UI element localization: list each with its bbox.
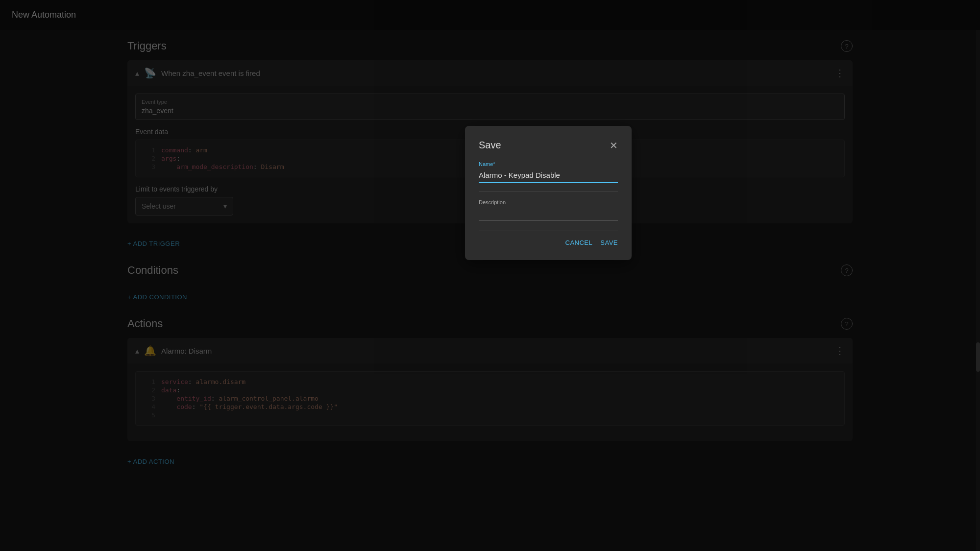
dialog-name-input[interactable] <box>479 169 618 183</box>
save-dialog: Save ✕ Name* Description CANCEL SAVE <box>465 126 632 260</box>
dialog-close-button[interactable]: ✕ <box>610 140 618 151</box>
dialog-divider-2 <box>479 231 618 231</box>
dialog-divider-1 <box>479 191 618 192</box>
dialog-overlay: Save ✕ Name* Description CANCEL SAVE <box>0 0 980 551</box>
dialog-description-group: Description <box>479 199 618 221</box>
dialog-name-label: Name* <box>479 161 618 167</box>
cancel-button[interactable]: CANCEL <box>565 239 593 246</box>
dialog-description-input[interactable] <box>479 207 618 221</box>
save-button[interactable]: SAVE <box>600 239 618 246</box>
dialog-title: Save <box>479 140 501 151</box>
dialog-name-group: Name* <box>479 161 618 183</box>
dialog-actions: CANCEL SAVE <box>479 239 618 246</box>
dialog-header: Save ✕ <box>479 140 618 151</box>
dialog-description-label: Description <box>479 199 618 205</box>
